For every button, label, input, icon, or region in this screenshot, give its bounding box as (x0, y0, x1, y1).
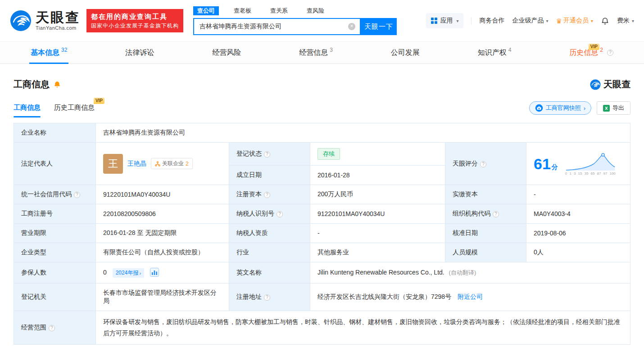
tab-history-info[interactable]: VIP 历史信息 2 ? (568, 42, 615, 63)
caret-down-icon: ▾ (591, 18, 593, 23)
annual-report-badge[interactable]: 2024年报 › (113, 268, 144, 278)
label-registration-number: 工商注册号 (14, 204, 96, 224)
open-vip-label: 开通会员 (563, 17, 589, 25)
label-registration-authority: 登记机关 (14, 284, 96, 311)
table-row-business-term: 营业期限 2016-01-28 至 无固定期限 纳税人资质 - 核准日期 201… (14, 224, 630, 243)
help-icon[interactable]: ? (49, 325, 55, 331)
table-row-company-name: 企业名称 吉林省坤腾再生资源有限公司 (14, 123, 630, 143)
value-registration-status: 存续 (310, 143, 445, 166)
tianyancha-logo-icon (10, 10, 32, 32)
tab-intellectual-property[interactable]: 知识产权 4 (476, 42, 513, 63)
username: 费米 (617, 17, 630, 25)
table-row-company-type: 企业类型 有限责任公司（自然人投资或控股） 行业 其他服务业 人员规模 0人 (14, 243, 630, 262)
user-menu[interactable]: 费米 ▾ (617, 17, 634, 25)
tab-label: 经营风险 (212, 48, 241, 58)
section-header: 工商信息 天眼查 (14, 78, 630, 90)
org-chart-icon (155, 161, 160, 167)
search-tab-boss[interactable]: 查老板 (230, 6, 255, 16)
score-value[interactable]: 61分 (534, 156, 558, 171)
label-insured-count: 参保人数 (14, 262, 96, 284)
trend-chart-icon[interactable] (150, 268, 159, 277)
tab-operation-risk[interactable]: 经营风险 (211, 42, 242, 63)
legal-rep-link[interactable]: 王艳晶 (127, 160, 146, 168)
label-text: 组织机构代码 (453, 210, 490, 217)
cooperation-link[interactable]: 商务合作 (479, 17, 504, 25)
help-icon[interactable]: ? (607, 50, 613, 56)
axis-tick: 87 (597, 172, 601, 176)
table-row-credit-code: 统一社会信用代码? 91220101MA0Y40034U 注册资本? 200万人… (14, 185, 630, 204)
score-number: 61 (534, 155, 551, 172)
help-icon[interactable]: ? (277, 211, 283, 217)
axis-tick: 3 (574, 172, 576, 176)
help-icon[interactable]: ? (264, 192, 270, 198)
clear-search-icon[interactable]: × (348, 23, 355, 30)
score-distribution-chart: 0 1 3 15 35 65 87 97 100 (565, 152, 616, 176)
help-icon[interactable]: ? (74, 192, 80, 198)
search-tabs: 查公司 查老板 查关系 查风险 (193, 6, 397, 16)
tab-basic-info[interactable]: 基本信息 32 (29, 42, 68, 63)
label-text: 纳税人识别号 (236, 210, 274, 217)
related-companies-badge[interactable]: 关联企业 2 (151, 158, 193, 169)
value-legal-representative: 王 王艳晶 关联企业 2 (96, 143, 229, 185)
logo[interactable]: 天眼查 TianYanCha.com (10, 10, 80, 32)
value-registered-capital: 200万人民币 (310, 185, 445, 204)
search-row: × 天眼一下 (193, 18, 397, 35)
export-button[interactable]: 导出 (597, 101, 630, 115)
tab-count: 3 (330, 47, 333, 53)
value-taxpayer-quality: - (310, 224, 445, 243)
value-registered-address: 经济开发区长吉北线兴隆大街（安龙泉）7298号 附近公司 (310, 284, 630, 311)
value-credit-code: 91220101MA0Y40034U (96, 185, 229, 204)
snapshot-button[interactable]: 工商官网快照 › (529, 101, 591, 115)
logo-title: 天眼查 (36, 11, 80, 24)
search-tab-company[interactable]: 查公司 (193, 6, 219, 16)
search-input[interactable] (194, 19, 360, 34)
search-button[interactable]: 天眼一下 (361, 18, 397, 35)
search-tab-risk[interactable]: 查风险 (303, 6, 328, 16)
subtab-history-business-info[interactable]: 历史工商信息 VIP (54, 104, 95, 117)
label-text: 注册资本 (236, 190, 262, 198)
axis-tick: 97 (603, 172, 607, 176)
tab-count: 2 (600, 47, 603, 53)
caret-down-icon: ▾ (546, 18, 548, 23)
value-business-scope: 环保设备研发与销售，废旧纺织品研发与销售，防寒大棚被加工与销售，时装、针织品、钢… (96, 311, 630, 345)
tab-operation-info[interactable]: 经营信息 3 (298, 42, 334, 63)
address-text: 经济开发区长吉北线兴隆大街（安龙泉）7298号 (317, 293, 451, 300)
label-text: 经营范围 (21, 324, 46, 331)
value-registration-authority: 长春市市场监督管理局经济技术开发区分局 (96, 284, 229, 311)
value-paid-capital: - (526, 185, 630, 204)
legal-rep-cell: 王 王艳晶 关联企业 2 (103, 154, 222, 174)
apps-label: 应用 (440, 17, 453, 25)
tab-label: 基本信息 (31, 48, 59, 58)
label-approval-date: 核准日期 (445, 224, 526, 243)
legal-rep-avatar[interactable]: 王 (103, 154, 123, 174)
subtab-business-info[interactable]: 工商信息 (14, 104, 41, 117)
value-insured-count: 0 2024年报 › (96, 262, 229, 284)
nearby-companies-link[interactable]: 附近公司 (458, 293, 483, 300)
label-establish-date: 成立日期 (229, 166, 310, 185)
section-title: 工商信息 (14, 78, 50, 90)
help-icon[interactable]: ? (264, 151, 270, 158)
label-text: 登记状态 (236, 150, 262, 157)
status-badge: 存续 (317, 148, 340, 160)
export-label: 导出 (612, 104, 624, 112)
score-axis: 0 1 3 15 35 65 87 97 100 (565, 172, 616, 176)
open-vip-menu[interactable]: ♛ 开通会员 ▾ (556, 17, 593, 25)
help-icon[interactable]: ? (264, 294, 270, 301)
help-icon[interactable]: ? (480, 161, 486, 167)
value-industry: 其他服务业 (310, 243, 445, 262)
watermark-logo: 天眼查 (590, 78, 630, 90)
notification-bell-icon[interactable] (601, 17, 609, 25)
vip-badge: VIP (589, 44, 599, 50)
alert-bell-icon[interactable] (54, 81, 61, 88)
enterprise-products-menu[interactable]: 企业级产品 ▾ (512, 17, 548, 25)
grid-icon (431, 18, 437, 24)
tab-legal-proceedings[interactable]: 法律诉讼 (124, 42, 155, 63)
help-icon[interactable]: ? (493, 211, 499, 217)
label-english-name: 英文名称 (229, 262, 310, 284)
apps-button[interactable]: 应用 ▾ (426, 13, 463, 28)
axis-tick: 0 (565, 172, 567, 176)
search-tab-relation[interactable]: 查关系 (266, 6, 292, 16)
tab-company-development[interactable]: 公司发展 (390, 42, 421, 63)
value-establish-date: 2016-01-28 (310, 166, 445, 185)
header: 天眼查 TianYanCha.com 都在用的商业查询工具 国家中小企业发展子基… (0, 0, 644, 41)
